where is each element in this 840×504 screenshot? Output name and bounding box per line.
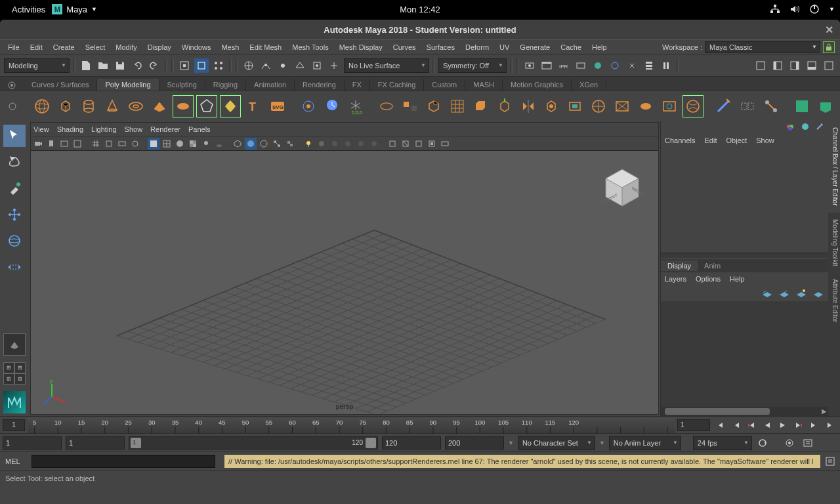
shelf-tab-mash[interactable]: MASH xyxy=(465,79,503,91)
cb-menu-channels[interactable]: Channels xyxy=(665,136,695,144)
vp-xray-icon[interactable] xyxy=(258,138,270,150)
earth-icon[interactable] xyxy=(682,95,704,117)
menu-mesh[interactable]: Mesh xyxy=(216,42,244,52)
menu-help[interactable]: Help xyxy=(587,42,612,52)
power-icon[interactable] xyxy=(809,4,820,14)
chevron-down-icon[interactable]: ▼ xyxy=(599,440,605,446)
snap-grid-icon[interactable] xyxy=(242,58,256,73)
shelf-gear-icon[interactable] xyxy=(7,80,17,91)
menu-display[interactable]: Display xyxy=(142,42,177,52)
undo-icon[interactable] xyxy=(130,58,144,73)
vp-r3-icon[interactable] xyxy=(413,138,425,150)
svg-import-icon[interactable]: SVG xyxy=(267,95,288,117)
vp-r2-icon[interactable] xyxy=(400,138,411,150)
cb-icon-2[interactable] xyxy=(801,122,810,131)
bevel-icon[interactable] xyxy=(471,95,492,117)
gnome-app-menu[interactable]: M Maya ▼ xyxy=(52,4,97,14)
menu-windows[interactable]: Windows xyxy=(177,42,217,52)
shelf-tab-animation[interactable]: Animation xyxy=(246,79,295,91)
snow-icon[interactable]: 0,0,0 xyxy=(345,95,366,117)
lightlink-icon[interactable] xyxy=(625,58,639,73)
vp-hw-icon[interactable] xyxy=(245,138,257,150)
step-back-button[interactable] xyxy=(728,418,743,432)
module-selector[interactable]: Modeling xyxy=(4,58,70,73)
maya-logo-icon[interactable] xyxy=(3,391,26,413)
menu-surfaces[interactable]: Surfaces xyxy=(421,42,460,52)
cb-menu-edit[interactable]: Edit xyxy=(704,136,717,144)
menu-file[interactable]: File xyxy=(3,42,25,52)
cb-menu-object[interactable]: Object xyxy=(726,136,747,144)
vp-c1-icon[interactable] xyxy=(284,138,296,150)
shelf-tab-rigging[interactable]: Rigging xyxy=(205,79,246,91)
layer-icon-1[interactable] xyxy=(761,288,773,299)
channel-box-area[interactable] xyxy=(661,147,828,253)
extrude-icon[interactable] xyxy=(423,95,444,117)
pause-icon[interactable] xyxy=(659,58,673,73)
shelf-tab-poly-modeling[interactable]: Poly Modeling xyxy=(97,79,159,91)
menu-generate[interactable]: Generate xyxy=(514,42,555,52)
target-weld-icon[interactable] xyxy=(737,95,758,117)
render-seq-icon[interactable] xyxy=(591,58,605,73)
fps-selector[interactable]: 24 fps xyxy=(693,436,752,450)
poly-disc-icon[interactable] xyxy=(173,95,194,117)
renderlayer-icon[interactable] xyxy=(642,58,656,73)
select-tool[interactable] xyxy=(3,125,26,147)
layer-area[interactable] xyxy=(661,301,828,407)
vp-l2-icon[interactable] xyxy=(329,138,341,150)
select-object-icon[interactable] xyxy=(194,58,209,73)
range-max-field[interactable]: 120 xyxy=(382,436,441,450)
layer-menu-layers[interactable]: Layers xyxy=(665,275,686,283)
chevron-down-icon[interactable]: ▼ xyxy=(829,6,835,12)
time-slider[interactable]: 1 51015202530354045505560657075808590951… xyxy=(0,416,840,433)
snap-point-icon[interactable] xyxy=(276,58,290,73)
vp-r1-icon[interactable] xyxy=(387,138,398,150)
script-lang-label[interactable]: MEL xyxy=(3,455,29,468)
vp-wire-icon[interactable] xyxy=(161,138,173,150)
character-set-selector[interactable]: No Character Set xyxy=(518,436,595,450)
panel-toggle-1[interactable] xyxy=(753,58,768,73)
combine-icon[interactable] xyxy=(376,95,397,117)
panel-layouts[interactable]: ⊞⊞⊞⊞ xyxy=(3,362,26,385)
menu-edit-mesh[interactable]: Edit Mesh xyxy=(244,42,287,52)
superellipse-icon[interactable] xyxy=(220,95,241,117)
sphere-wire-icon[interactable] xyxy=(588,95,609,117)
vp-bookmark-icon[interactable] xyxy=(45,138,57,150)
render-frame-icon[interactable] xyxy=(539,58,554,73)
select-hierarchy-icon[interactable] xyxy=(177,58,192,73)
timeline-end-field[interactable]: 1 xyxy=(677,419,710,431)
anim-layer-selector[interactable]: No Anim Layer xyxy=(609,436,681,450)
poly-cube-icon[interactable] xyxy=(55,95,76,117)
shelf-tab-motion-graphics[interactable]: Motion Graphics xyxy=(503,79,572,91)
select-component-icon[interactable] xyxy=(211,58,226,73)
vp-xrayj-icon[interactable] xyxy=(271,138,283,150)
separate-icon[interactable] xyxy=(400,95,421,117)
volume-icon[interactable] xyxy=(789,4,800,14)
layer-scrollbar[interactable]: ▶ xyxy=(661,407,828,416)
menu-edit[interactable]: Edit xyxy=(25,42,48,52)
save-scene-icon[interactable] xyxy=(113,58,127,73)
timeline-track[interactable]: 5101520253035404550556065707580859095100… xyxy=(28,417,675,433)
vp-l4-icon[interactable] xyxy=(355,138,367,150)
vp-film-icon[interactable] xyxy=(103,138,115,150)
menu-deform[interactable]: Deform xyxy=(460,42,494,52)
menu-uv[interactable]: UV xyxy=(494,42,514,52)
goto-start-button[interactable] xyxy=(713,418,727,432)
layer-tab-anim[interactable]: Anim xyxy=(698,261,727,271)
shelf-tab-fx-caching[interactable]: FX Caching xyxy=(370,79,424,91)
move-tool[interactable] xyxy=(3,203,26,226)
layer-tab-display[interactable]: Display xyxy=(661,261,698,271)
redo-icon[interactable] xyxy=(147,58,161,73)
vp-joint-icon[interactable] xyxy=(129,138,141,150)
menu-cache[interactable]: Cache xyxy=(555,42,587,52)
close-button[interactable]: ✕ xyxy=(825,24,833,36)
vp-menu-lighting[interactable]: Lighting xyxy=(91,125,117,133)
tab-modeling-toolkit[interactable]: Modeling Toolkit xyxy=(828,213,840,273)
hypershade-icon[interactable] xyxy=(608,58,622,73)
gnome-clock[interactable]: Mon 12:42 xyxy=(400,5,440,14)
snap-live-icon[interactable] xyxy=(310,58,324,73)
autokey-icon[interactable] xyxy=(782,436,797,450)
addface-icon[interactable] xyxy=(564,95,585,117)
panel-toggle-2[interactable] xyxy=(770,58,785,73)
paint-select-tool[interactable] xyxy=(3,177,26,200)
triangulate-icon[interactable] xyxy=(612,95,633,117)
